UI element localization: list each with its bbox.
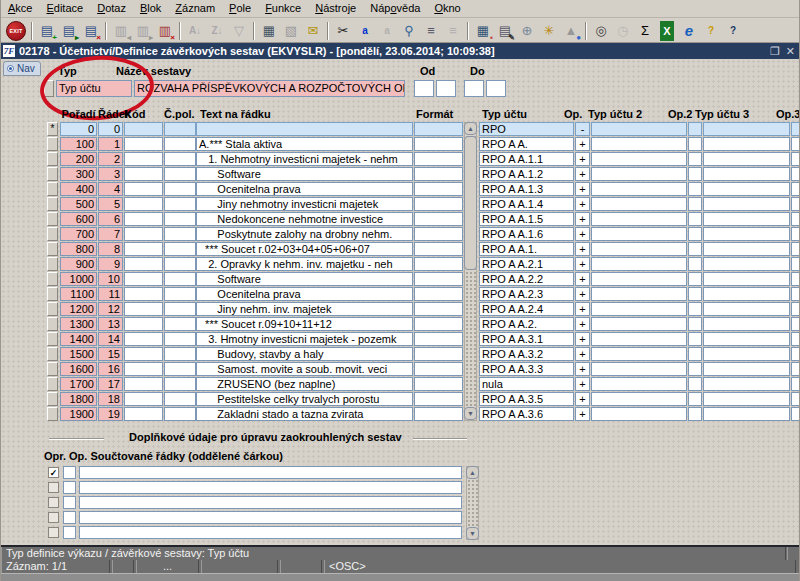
cell-cpol[interactable] <box>164 242 196 256</box>
cell-radek[interactable]: 8 <box>98 242 123 256</box>
cell-kod[interactable] <box>124 257 163 271</box>
cell-format[interactable] <box>414 152 463 166</box>
cell-cpol[interactable] <box>164 137 196 151</box>
cell-typ_uctu3[interactable] <box>703 407 790 421</box>
row-selector[interactable]: * <box>47 122 58 136</box>
cell-op[interactable]: + <box>575 392 590 406</box>
cell-radek[interactable]: 17 <box>98 377 123 391</box>
cell-poradi[interactable]: 1700 <box>60 377 97 391</box>
cell-op[interactable]: + <box>575 407 590 421</box>
do-field-2[interactable] <box>486 80 506 97</box>
row-selector[interactable] <box>47 137 58 151</box>
cell-typ_uctu[interactable]: RPO A A.1.6 <box>479 227 574 241</box>
cell-typ_uctu[interactable]: RPO A A.1.2 <box>479 167 574 181</box>
row-selector[interactable] <box>47 302 58 316</box>
cell-kod[interactable] <box>124 152 163 166</box>
cell-typ_uctu[interactable]: RPO A A.2.1 <box>479 257 574 271</box>
souctovane-radky-field[interactable] <box>79 511 462 524</box>
cell-typ_uctu2[interactable] <box>591 227 687 241</box>
cell-op2[interactable] <box>688 377 702 391</box>
cell-cpol[interactable] <box>164 332 196 346</box>
cell-cpol[interactable] <box>164 347 196 361</box>
cell-kod[interactable] <box>124 347 163 361</box>
cell-typ_uctu3[interactable] <box>703 302 790 316</box>
cell-typ_uctu2[interactable] <box>591 362 687 376</box>
cell-kod[interactable] <box>124 137 163 151</box>
cell-typ_uctu[interactable]: RPO A A. <box>479 137 574 151</box>
cell-text[interactable]: *** Soucet r.09+10+11+12 <box>196 317 413 331</box>
cell-radek[interactable]: 14 <box>98 332 123 346</box>
cell-radek[interactable]: 15 <box>98 347 123 361</box>
cell-op2[interactable] <box>688 197 702 211</box>
cell-text[interactable]: 3. Hmotny investicni majetek - pozemk <box>196 332 413 346</box>
cell-format[interactable] <box>414 302 463 316</box>
cell-op[interactable]: + <box>575 257 590 271</box>
cell-cpol[interactable] <box>164 317 196 331</box>
cell-radek[interactable]: 0 <box>98 122 123 136</box>
cell-radek[interactable]: 13 <box>98 317 123 331</box>
cell-typ_uctu3[interactable] <box>703 347 790 361</box>
cell-typ_uctu3[interactable] <box>703 362 790 376</box>
cell-cpol[interactable] <box>164 257 196 271</box>
cell-op[interactable]: + <box>575 317 590 331</box>
cell-typ_uctu[interactable]: RPO A A.3.2 <box>479 347 574 361</box>
cell-poradi[interactable]: 200 <box>60 152 97 166</box>
cell-op[interactable]: + <box>575 212 590 226</box>
cell-op3[interactable] <box>791 377 800 391</box>
cell-text[interactable]: Budovy, stavby a haly <box>196 347 413 361</box>
cell-op3[interactable] <box>791 257 800 271</box>
cell-kod[interactable] <box>124 167 163 181</box>
globe-icon[interactable]: ⊕ <box>517 21 537 41</box>
cell-op2[interactable] <box>688 407 702 421</box>
cell-poradi[interactable]: 1500 <box>60 347 97 361</box>
cell-format[interactable] <box>414 212 463 226</box>
row-selector[interactable] <box>47 152 58 166</box>
opr-checkbox[interactable] <box>48 497 59 508</box>
cell-op[interactable]: - <box>575 122 590 136</box>
cell-cpol[interactable] <box>164 227 196 241</box>
cell-format[interactable] <box>414 407 463 421</box>
cell-cpol[interactable] <box>164 167 196 181</box>
cell-op3[interactable] <box>791 362 800 376</box>
clear-block-icon[interactable]: ▥× <box>155 21 175 41</box>
cell-op3[interactable] <box>791 242 800 256</box>
cell-typ_uctu[interactable]: RPO A A.1.1 <box>479 152 574 166</box>
cell-format[interactable] <box>414 347 463 361</box>
row-selector[interactable] <box>47 257 58 271</box>
row-selector[interactable] <box>47 392 58 406</box>
cell-typ_uctu[interactable]: RPO A A.2.2 <box>479 272 574 286</box>
cell-typ_uctu2[interactable] <box>591 407 687 421</box>
cell-typ_uctu3[interactable] <box>703 152 790 166</box>
cell-radek[interactable]: 3 <box>98 167 123 181</box>
binoculars-icon[interactable]: ◎ <box>591 21 611 41</box>
cell-text[interactable]: Pestitelske celky trvalych porostu <box>196 392 413 406</box>
cell-text[interactable]: *** Soucet r.02+03+04+05+06+07 <box>196 242 413 256</box>
helm-icon[interactable]: ✳ <box>539 21 559 41</box>
cell-poradi[interactable]: 1000 <box>60 272 97 286</box>
cell-op[interactable]: + <box>575 227 590 241</box>
cell-op2[interactable] <box>688 332 702 346</box>
cell-op3[interactable] <box>791 347 800 361</box>
cell-typ_uctu3[interactable] <box>703 242 790 256</box>
cell-kod[interactable] <box>124 197 163 211</box>
cell-format[interactable] <box>414 392 463 406</box>
cell-kod[interactable] <box>124 212 163 226</box>
opr-checkbox[interactable] <box>48 527 59 538</box>
cell-kod[interactable] <box>124 122 163 136</box>
row-selector[interactable] <box>47 272 58 286</box>
cell-typ_uctu[interactable]: RPO A A.2. <box>479 317 574 331</box>
cell-poradi[interactable]: 1400 <box>60 332 97 346</box>
cell-op3[interactable] <box>791 197 800 211</box>
cut-icon[interactable]: ✂ <box>333 21 353 41</box>
cell-kod[interactable] <box>124 392 163 406</box>
cell-op3[interactable] <box>791 122 800 136</box>
cell-typ_uctu[interactable]: RPO A A.1. <box>479 242 574 256</box>
cell-cpol[interactable] <box>164 362 196 376</box>
cell-op[interactable]: + <box>575 332 590 346</box>
cell-poradi[interactable]: 700 <box>60 227 97 241</box>
cell-radek[interactable]: 10 <box>98 272 123 286</box>
restore-icon[interactable]: ❐ <box>770 45 780 58</box>
row-selector[interactable] <box>47 197 58 211</box>
cell-cpol[interactable] <box>164 407 196 421</box>
cell-typ_uctu2[interactable] <box>591 347 687 361</box>
